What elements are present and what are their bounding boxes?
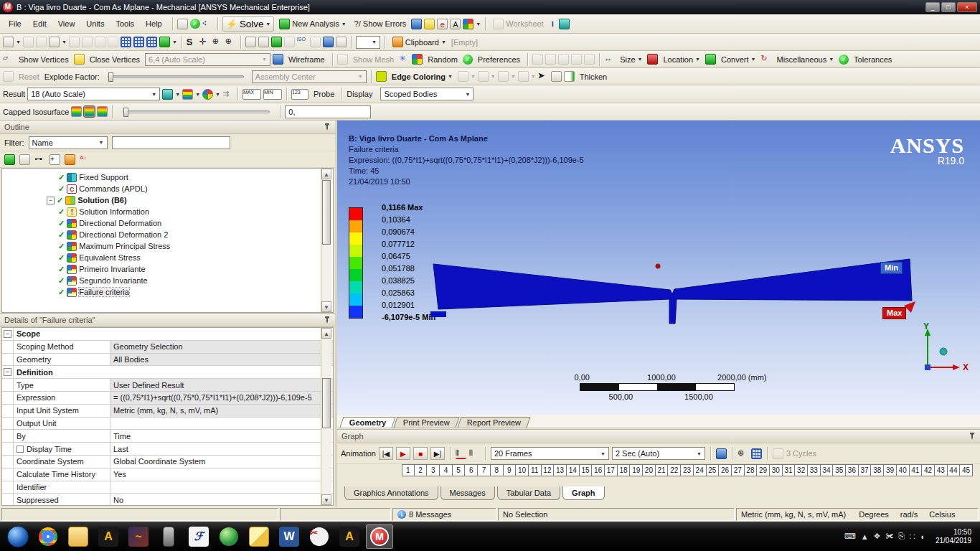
start-button[interactable]: [4, 524, 32, 549]
zoom-out-icon[interactable]: [284, 37, 295, 47]
ansys-mechanical-taskbar-button[interactable]: M: [366, 524, 393, 549]
menu-edit[interactable]: Edit: [27, 17, 52, 30]
zoom-in-icon[interactable]: [271, 37, 282, 47]
geometry-viewport[interactable]: B: Viga livro Duarte - Com As MplaneFail…: [337, 121, 980, 415]
result-bars-icon[interactable]: ⫴: [456, 448, 466, 459]
chrome-icon[interactable]: [34, 524, 62, 549]
frame-cell[interactable]: 33: [808, 464, 821, 476]
outline-scrollbar[interactable]: ▲ ▼: [321, 169, 331, 312]
mesh-select-icon[interactable]: [146, 37, 157, 47]
details-row[interactable]: Input Unit SystemMetric (mm, kg, N, s, m…: [2, 405, 333, 418]
details-value[interactable]: Global Coordinate System: [110, 456, 333, 468]
iso-both-icon[interactable]: [71, 106, 82, 117]
tab-graph[interactable]: Graph: [562, 486, 604, 500]
viewport-tab-print-preview[interactable]: Print Preview: [394, 417, 460, 428]
details-row[interactable]: Identifier: [2, 481, 333, 494]
body-filter-icon[interactable]: [95, 37, 105, 47]
coordinate-select-icon[interactable]: [36, 37, 47, 47]
scoped-bodies-select[interactable]: Scoped Bodies▼: [380, 88, 473, 100]
reset-button[interactable]: Reset: [16, 71, 42, 83]
manage-views-icon[interactable]: [323, 37, 334, 47]
solidworks-icon[interactable]: ℱ: [185, 524, 212, 549]
frames-select[interactable]: 20 Frames▼: [491, 447, 609, 460]
direction-arrow-icon[interactable]: ➤: [538, 71, 549, 82]
close-vertices-button[interactable]: Close Vertices: [87, 54, 143, 65]
vector-display-icon[interactable]: ⇉: [222, 89, 233, 100]
details-row[interactable]: Coordinate SystemGlobal Coordinate Syste…: [2, 456, 333, 468]
frame-cell[interactable]: 41: [910, 464, 923, 476]
edge-filter-icon[interactable]: [69, 37, 80, 47]
edge-direction-icon-1[interactable]: [532, 54, 543, 65]
pin-icon[interactable]: [324, 316, 331, 324]
angle-3-icon[interactable]: [498, 71, 509, 82]
explorer-icon[interactable]: [65, 524, 92, 549]
frame-cell[interactable]: 14: [567, 464, 580, 476]
pin-icon[interactable]: [324, 123, 331, 131]
filter-input[interactable]: [112, 136, 230, 149]
details-value[interactable]: No: [110, 494, 333, 506]
phone-icon[interactable]: [155, 524, 182, 549]
tray-network-icon[interactable]: ⸬: [910, 532, 915, 541]
tolerances-button[interactable]: Tolerances: [851, 54, 895, 65]
tray-volume-icon[interactable]: ◖: [920, 532, 925, 541]
taskbar-clock[interactable]: 10:50 21/04/2019: [936, 528, 971, 545]
frame-cell[interactable]: 7: [478, 464, 491, 476]
tree-item[interactable]: ✓Directional Deformation: [2, 217, 333, 229]
console-icon[interactable]: [177, 19, 188, 29]
chart-icon[interactable]: [463, 19, 473, 29]
frame-cell[interactable]: 34: [821, 464, 834, 476]
assembly-center-select[interactable]: Assembly Center▼: [252, 70, 367, 83]
details-row[interactable]: TypeUser Defined Result: [2, 379, 333, 392]
frame-cell[interactable]: 18: [618, 464, 631, 476]
word-icon[interactable]: W: [275, 524, 303, 549]
frame-cell[interactable]: 45: [960, 464, 973, 476]
show-mesh-button[interactable]: Show Mesh: [350, 54, 397, 65]
tab-messages[interactable]: Messages: [440, 486, 495, 500]
details-row[interactable]: Calculate Time HistoryYes: [2, 468, 333, 481]
frame-cell[interactable]: 21: [656, 464, 669, 476]
tree-item[interactable]: ✓Segundo Invariante: [2, 275, 333, 286]
menu-view[interactable]: View: [52, 17, 81, 30]
breakpoint-icon[interactable]: ∙∶: [202, 19, 213, 29]
frame-cell[interactable]: 30: [770, 464, 783, 476]
fit-view-icon[interactable]: [245, 37, 256, 47]
details-value[interactable]: Last: [110, 443, 333, 455]
details-row[interactable]: −Scope: [2, 328, 333, 341]
details-row[interactable]: Scoping MethodGeometry Selection: [2, 341, 333, 354]
frame-cell[interactable]: 35: [833, 464, 846, 476]
frame-cell[interactable]: 11: [529, 464, 542, 476]
previous-view-icon[interactable]: [310, 37, 321, 47]
menu-help[interactable]: Help: [140, 17, 168, 30]
menu-file[interactable]: File: [3, 17, 27, 30]
face-filter-icon[interactable]: [82, 37, 93, 47]
frame-cell[interactable]: 42: [922, 464, 935, 476]
isosurface-slider[interactable]: [123, 110, 270, 113]
tab-graphics-annotations[interactable]: Graphics Annotations: [344, 486, 438, 500]
zoom-graph-icon[interactable]: ⊕: [738, 448, 748, 459]
scroll-down-arrow[interactable]: ▼: [321, 301, 331, 312]
frame-cell[interactable]: 15: [580, 464, 593, 476]
details-value[interactable]: User Defined Result: [110, 379, 333, 391]
angle-8-icon[interactable]: [518, 71, 529, 82]
frame-cell[interactable]: 16: [592, 464, 605, 476]
selection-information-button[interactable]: i: [549, 18, 557, 29]
frame-cell[interactable]: 31: [783, 464, 796, 476]
worksheet-button[interactable]: Worksheet: [490, 17, 546, 31]
label-icon[interactable]: [424, 19, 435, 29]
tag-icon[interactable]: [559, 19, 570, 29]
tray-keyboard-icon[interactable]: ⌨: [844, 532, 856, 541]
frame-cell[interactable]: 13: [554, 464, 567, 476]
ansys-icon[interactable]: A: [336, 524, 363, 549]
tree-item[interactable]: ✓!Solution Information: [2, 206, 333, 217]
viewport-tab-geometry[interactable]: Geometry: [340, 417, 396, 428]
tabular-grid-icon[interactable]: [751, 448, 762, 459]
magnifier-window-icon[interactable]: [258, 37, 269, 47]
solve-button[interactable]: ⚡ Solve▼: [222, 17, 275, 32]
details-value[interactable]: Geometry Selection: [110, 341, 333, 353]
details-row[interactable]: Display TimeLast: [2, 443, 333, 456]
frame-cell[interactable]: 27: [732, 464, 745, 476]
tree-item[interactable]: ✓CCommands (APDL): [2, 183, 333, 194]
folder-icon[interactable]: [65, 154, 75, 165]
frame-cell[interactable]: 28: [745, 464, 758, 476]
smoothing-icon[interactable]: [202, 89, 213, 100]
